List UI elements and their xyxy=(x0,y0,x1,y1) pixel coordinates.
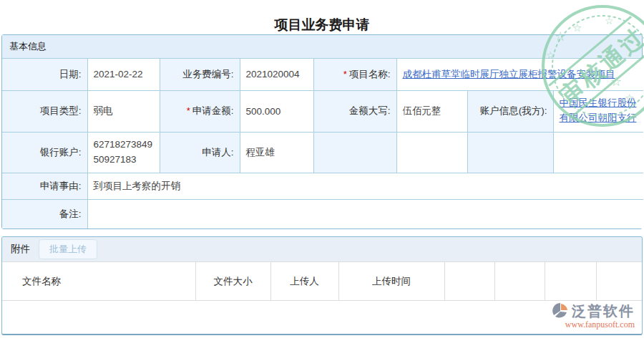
attachments-table: 文件名称 文件大小 上传人 上传时间 xyxy=(2,261,643,301)
date-value: 2021-02-22 xyxy=(87,59,160,90)
table-row: 银行账户: 6271827384950927183 申请人: 程亚雄 xyxy=(2,132,643,173)
basic-info-table: 日期: 2021-02-22 业务费编号: 2021020004 *项目名称: … xyxy=(2,59,643,228)
basic-info-panel: 基本信息 日期: 2021-02-22 业务费编号: 2021020004 *项… xyxy=(1,34,643,229)
basic-info-section-header: 基本信息 xyxy=(2,35,642,59)
project-name-link[interactable]: 成都杜甫草堂临时展厅独立展柜报警设备安装项目 xyxy=(403,69,615,80)
col-empty xyxy=(596,262,643,301)
apply-amount-value: 500.000 xyxy=(240,90,313,132)
empty-label-cell xyxy=(313,132,396,173)
attachments-header-row: 文件名称 文件大小 上传人 上传时间 xyxy=(2,262,643,301)
applicant-label: 申请人: xyxy=(160,132,240,173)
page-title: 项目业务费申请 xyxy=(0,0,644,34)
remark-label: 备注: xyxy=(2,199,87,228)
date-label: 日期: xyxy=(2,59,87,90)
project-name-label: *项目名称: xyxy=(313,59,396,90)
col-empty xyxy=(545,262,596,301)
vendor-logo-url: www.fanpusoft.com xyxy=(552,320,635,329)
empty-label-cell xyxy=(467,132,553,173)
col-empty xyxy=(494,262,545,301)
col-upload-time: 上传时间 xyxy=(338,262,444,301)
project-type-value: 弱电 xyxy=(87,90,160,132)
apply-reason-value: 到项目上考察的开销 xyxy=(87,173,643,199)
account-info-cell: 中国民生银行股份有限公司朝阳支行 xyxy=(553,90,643,132)
project-name-cell: 成都杜甫草堂临时展厅独立展柜报警设备安装项目 xyxy=(396,59,643,90)
table-row: 日期: 2021-02-22 业务费编号: 2021020004 *项目名称: … xyxy=(2,59,643,90)
applicant-value: 程亚雄 xyxy=(240,132,313,173)
attachments-panel: 附件 批量上传 文件名称 文件大小 上传人 上传时间 泛普软件 www. xyxy=(1,236,643,335)
account-info-label: 账户信息(我方): xyxy=(467,90,553,132)
col-file-name: 文件名称 xyxy=(2,262,195,301)
remark-value xyxy=(87,199,643,228)
basic-info-section-title: 基本信息 xyxy=(9,40,47,53)
col-file-size: 文件大小 xyxy=(195,262,270,301)
table-row: 项目类型: 弱电 *申请金额: 500.000 金额大写: 伍佰元整 账户信息(… xyxy=(2,90,643,132)
fee-no-label: 业务费编号: xyxy=(160,59,240,90)
account-info-link[interactable]: 中国民生银行股份有限公司朝阳支行 xyxy=(560,97,637,123)
empty-value-cell xyxy=(396,132,467,173)
table-row: 备注: xyxy=(2,199,643,228)
table-row: 申请事由: 到项目上考察的开销 xyxy=(2,173,643,199)
col-empty xyxy=(444,262,494,301)
apply-amount-label-text: 申请金额: xyxy=(192,105,234,116)
required-mark: * xyxy=(187,105,190,116)
bank-account-label: 银行账户: xyxy=(2,132,87,173)
empty-value-cell xyxy=(553,132,643,173)
vendor-logo: 泛普软件 www.fanpusoft.com xyxy=(552,302,635,329)
col-uploader: 上传人 xyxy=(270,262,338,301)
attachments-section-title: 附件 xyxy=(11,243,30,256)
fanpu-logo-icon xyxy=(552,302,569,319)
fee-no-value: 2021020004 xyxy=(240,59,313,90)
project-name-label-text: 项目名称: xyxy=(349,69,391,80)
apply-amount-label: *申请金额: xyxy=(160,90,240,132)
amount-caps-label: 金额大写: xyxy=(313,90,396,132)
amount-caps-value: 伍佰元整 xyxy=(396,90,467,132)
vendor-logo-name: 泛普软件 xyxy=(572,303,635,319)
batch-upload-button[interactable]: 批量上传 xyxy=(39,239,97,259)
apply-reason-label: 申请事由: xyxy=(2,173,87,199)
attachments-section-header: 附件 批量上传 xyxy=(2,237,642,261)
project-type-label: 项目类型: xyxy=(2,90,87,132)
required-mark: * xyxy=(343,69,347,80)
bank-account-value: 6271827384950927183 xyxy=(87,132,160,173)
